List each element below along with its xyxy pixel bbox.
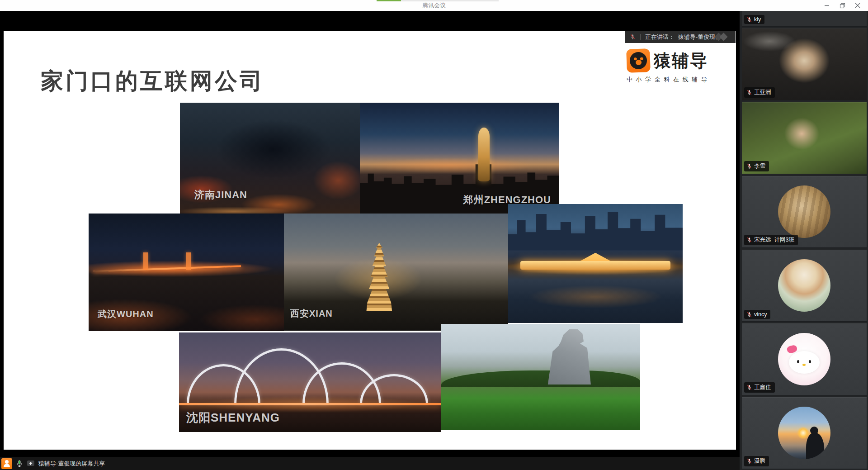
mic-muted-icon (746, 312, 752, 318)
tencent-meeting-window: 腾讯会议 家门口的互联网公司 (0, 0, 868, 470)
participant-name-badge: 王鑫佳 (744, 382, 775, 393)
avatar-portrait (778, 259, 830, 312)
city-label: 沈阳SHENYANG (186, 410, 280, 426)
chengdu-skyline (508, 210, 683, 250)
participants-panel[interactable]: kly 王亚洲 李雪 宋光远 计网3班 (740, 11, 868, 470)
minimize-button[interactable] (819, 0, 835, 11)
photo-zhengzhou: 郑州ZHENGZHOU (360, 103, 559, 215)
photo-xian: 西安XIAN (284, 214, 508, 331)
mic-muted-icon (746, 163, 752, 169)
shared-screen-area: 家门口的互联网公司 猿辅导 中 小 学 全 科 在 线 辅 导 济南JINAN (0, 11, 740, 470)
participant-tile-vincy[interactable]: vincy (742, 250, 867, 321)
restore-button[interactable] (835, 0, 850, 11)
participant-tile-kly[interactable]: kly (742, 11, 867, 26)
mic-muted-icon (746, 17, 752, 23)
logo-tagline: 中 小 学 全 科 在 线 辅 导 (627, 76, 722, 84)
xian-pagoda (358, 243, 401, 311)
screen-share-icon (27, 460, 35, 467)
participant-tile-jiteng[interactable]: 汲腾 (742, 397, 867, 469)
mic-muted-icon (746, 458, 752, 464)
photo-shenyang: 沈阳SHENYANG (179, 332, 441, 432)
zhengzhou-corn-tower (478, 128, 489, 181)
avatar-cat (778, 185, 830, 238)
photo-changsha (441, 324, 640, 430)
share-bar-label: 猿辅导-董俊现的屏幕共享 (38, 460, 105, 468)
participant-name: vincy (754, 311, 767, 318)
restore-icon (840, 3, 845, 9)
participant-name-badge: vincy (744, 310, 770, 319)
city-label: 济南JINAN (194, 188, 247, 202)
participant-tile-wangxinjia[interactable]: 王鑫佳 (742, 323, 867, 395)
wuhan-bridge-tower (186, 252, 191, 270)
screen-share-bar: 猿辅导-董俊现的屏幕共享 (0, 457, 740, 470)
photo-chengdu (508, 204, 683, 323)
yuanfudao-logo: 猿辅导 中 小 学 全 科 在 线 辅 导 (627, 49, 722, 84)
changsha-trees (441, 370, 640, 386)
participant-name: 宋光远 计网3班 (754, 236, 794, 244)
mic-muted-icon (630, 34, 636, 40)
participant-name: kly (754, 16, 761, 23)
participant-tile-songguangyuan[interactable]: 宋光远 计网3班 (742, 176, 867, 247)
shenyang-bridge-deck (179, 403, 441, 405)
photo-wuhan: 武汉WUHAN (89, 214, 284, 331)
presentation-slide: 家门口的互联网公司 猿辅导 中 小 学 全 科 在 线 辅 导 济南JINAN (4, 31, 736, 450)
main-content: 家门口的互联网公司 猿辅导 中 小 学 全 科 在 线 辅 导 济南JINAN (0, 11, 868, 470)
participant-name-badge: 李雪 (744, 161, 769, 171)
avatar-hello-kitty (778, 333, 830, 385)
speaking-name: 猿辅导-董俊现; (678, 33, 717, 41)
window-controls (819, 0, 865, 11)
wuhan-bridge-tower (143, 252, 148, 270)
participant-name-badge: kly (744, 15, 764, 24)
mic-muted-icon (746, 237, 752, 243)
window-title: 腾讯会议 (0, 0, 868, 11)
wuhan-bridge-deck (93, 265, 241, 272)
close-button[interactable] (850, 0, 865, 11)
slide-title: 家门口的互联网公司 (41, 66, 264, 96)
participant-tile-wangyazhou[interactable]: 王亚洲 (742, 28, 867, 100)
participant-name: 王亚洲 (754, 89, 771, 96)
participant-name: 李雪 (754, 162, 765, 170)
minimize-icon (824, 3, 830, 8)
avatar-sunset (778, 407, 830, 459)
chengdu-bridge (520, 261, 670, 269)
participant-tile-lixue[interactable]: 李雪 (742, 102, 867, 174)
close-icon (855, 3, 860, 8)
yuanfudao-monkey-icon (626, 48, 651, 73)
window-titlebar[interactable]: 腾讯会议 (0, 0, 868, 11)
city-label: 西安XIAN (290, 308, 333, 320)
mic-active-icon (16, 460, 23, 467)
city-label: 武汉WUHAN (98, 308, 154, 320)
participant-name: 王鑫佳 (754, 384, 771, 391)
participant-name-badge: 宋光远 计网3班 (744, 235, 798, 245)
speaking-prefix: 正在讲话： (645, 33, 675, 41)
active-speaker-banner: 正在讲话： 猿辅导-董俊现; (625, 31, 736, 43)
mic-muted-icon (746, 385, 752, 390)
participants-button[interactable] (1, 458, 12, 469)
logo-brand-text: 猿辅导 (654, 49, 708, 72)
photo-jinan: 济南JINAN (180, 103, 360, 214)
participant-name-badge: 王亚洲 (744, 87, 775, 98)
mic-muted-icon (746, 90, 752, 95)
participant-name-badge: 汲腾 (744, 456, 769, 466)
divider (640, 34, 641, 40)
meeting-watermark-icon (713, 33, 731, 41)
participant-name: 汲腾 (754, 457, 765, 465)
